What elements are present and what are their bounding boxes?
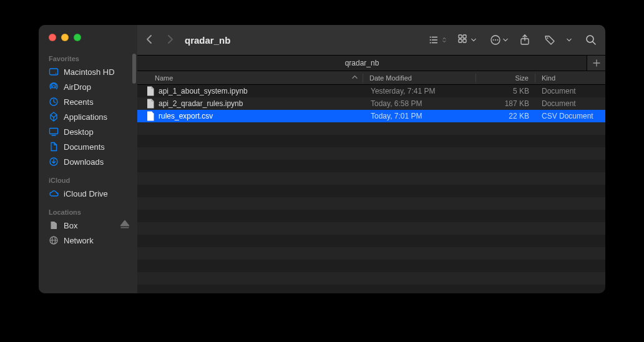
- column-header-size[interactable]: Size: [476, 74, 535, 82]
- airdrop-icon: [49, 82, 59, 92]
- empty-row: [137, 222, 605, 235]
- file-kind: Document: [535, 99, 605, 108]
- window-title: qradar_nb: [185, 35, 230, 46]
- sidebar-item-airdrop[interactable]: AirDrop: [39, 79, 137, 94]
- sidebar-item-label: Desktop: [64, 127, 94, 137]
- sidebar-section: iCloudiCloud Drive: [39, 173, 137, 201]
- folder-icon: [49, 220, 59, 230]
- svg-rect-16: [459, 35, 462, 38]
- file-list: api_1_about_system.ipynbYesterday, 7:41 …: [137, 85, 605, 293]
- document-icon: [146, 86, 155, 96]
- svg-point-22: [495, 39, 496, 41]
- window-controls: [39, 25, 137, 47]
- clock-icon: [49, 97, 59, 107]
- empty-row: [137, 197, 605, 210]
- column-headers: Name Date Modified Size Kind: [137, 71, 605, 85]
- empty-row: [137, 272, 605, 285]
- desktop-icon: [49, 127, 59, 137]
- apps-icon: [49, 112, 59, 122]
- sidebar-item-label: Macintosh HD: [64, 67, 115, 77]
- svg-point-12: [430, 40, 431, 41]
- svg-rect-17: [463, 35, 466, 38]
- group-by-button[interactable]: [458, 34, 476, 46]
- sidebar-item-box[interactable]: Box: [39, 218, 137, 233]
- empty-row: [137, 172, 605, 185]
- file-size: 187 KB: [477, 99, 535, 108]
- svg-point-14: [430, 42, 431, 43]
- new-tab-button[interactable]: [587, 56, 605, 71]
- file-date: Today, 7:01 PM: [364, 112, 477, 120]
- svg-point-25: [547, 37, 549, 39]
- svg-point-1: [56, 73, 57, 74]
- empty-row: [137, 235, 605, 247]
- sidebar-item-label: AirDrop: [64, 82, 91, 92]
- empty-row: [137, 247, 605, 260]
- column-header-name[interactable]: Name: [137, 74, 363, 82]
- sidebar-item-recents[interactable]: Recents: [39, 94, 137, 109]
- tab-label: qradar_nb: [345, 59, 379, 67]
- file-size: 5 KB: [477, 87, 535, 95]
- forward-button[interactable]: [166, 35, 173, 46]
- close-window-button[interactable]: [49, 34, 56, 41]
- action-menu-button[interactable]: [490, 34, 508, 46]
- tags-button[interactable]: [544, 34, 555, 46]
- empty-row: [137, 135, 605, 147]
- file-row[interactable]: api_2_qradar_rules.ipynbToday, 6:58 PM18…: [137, 97, 605, 110]
- search-button[interactable]: [585, 34, 597, 46]
- toolbar-dropdown-button[interactable]: [567, 37, 572, 42]
- column-header-date[interactable]: Date Modified: [363, 74, 476, 82]
- sidebar-section-header: iCloud: [39, 173, 137, 186]
- hdd-icon: [49, 67, 59, 77]
- sidebar-item-downloads[interactable]: Downloads: [39, 154, 137, 169]
- tab-bar: qradar_nb: [137, 55, 605, 71]
- doc-icon: [49, 142, 59, 152]
- file-row[interactable]: rules_export.csvToday, 7:01 PM22 KBCSV D…: [137, 110, 605, 122]
- sidebar-item-macintosh-hd[interactable]: Macintosh HD: [39, 64, 137, 79]
- sidebar-section: FavoritesMacintosh HDAirDropRecentsAppli…: [39, 51, 137, 169]
- sidebar-item-icloud-drive[interactable]: iCloud Drive: [39, 186, 137, 201]
- maximize-window-button[interactable]: [74, 34, 81, 41]
- cloud-icon: [49, 188, 59, 198]
- sidebar-scrollbar[interactable]: [132, 54, 136, 84]
- sidebar-item-label: Documents: [64, 142, 105, 152]
- svg-point-26: [587, 36, 593, 42]
- tab-qradar-nb[interactable]: qradar_nb: [137, 56, 587, 71]
- svg-rect-19: [463, 39, 466, 42]
- share-button[interactable]: [519, 34, 530, 46]
- minimize-window-button[interactable]: [61, 34, 69, 41]
- sidebar-item-applications[interactable]: Applications: [39, 109, 137, 124]
- sidebar-item-network[interactable]: Network: [39, 233, 137, 248]
- empty-row: [137, 210, 605, 222]
- sidebar-section-header: Locations: [39, 205, 137, 218]
- sidebar-item-label: Recents: [64, 97, 94, 107]
- globe-icon: [49, 235, 59, 245]
- sidebar-section: LocationsBoxNetwork: [39, 205, 137, 248]
- file-row[interactable]: api_1_about_system.ipynbYesterday, 7:41 …: [137, 85, 605, 97]
- svg-rect-18: [459, 39, 462, 42]
- view-options-button[interactable]: [429, 34, 447, 46]
- document-icon: [146, 111, 155, 121]
- sidebar-item-label: iCloud Drive: [64, 189, 108, 198]
- sort-ascending-icon: [352, 74, 358, 81]
- empty-row: [137, 160, 605, 172]
- svg-point-10: [430, 37, 431, 37]
- finder-window: FavoritesMacintosh HDAirDropRecentsAppli…: [39, 25, 605, 293]
- sidebar-item-label: Network: [64, 236, 94, 245]
- sidebar-item-desktop[interactable]: Desktop: [39, 124, 137, 139]
- svg-point-21: [493, 39, 494, 41]
- svg-point-2: [52, 86, 55, 88]
- eject-icon[interactable]: [120, 220, 130, 231]
- sidebar-item-documents[interactable]: Documents: [39, 139, 137, 154]
- document-icon: [146, 99, 155, 109]
- file-date: Yesterday, 7:41 PM: [364, 87, 477, 95]
- back-button[interactable]: [146, 35, 154, 46]
- column-header-kind[interactable]: Kind: [535, 74, 605, 82]
- sidebar-item-label: Box: [64, 221, 77, 230]
- empty-row: [137, 185, 605, 197]
- svg-line-27: [593, 42, 595, 44]
- file-kind: Document: [535, 87, 605, 95]
- sidebar-item-label: Applications: [64, 112, 107, 122]
- toolbar: qradar_nb: [137, 25, 605, 55]
- svg-rect-0: [50, 69, 58, 75]
- empty-row: [137, 122, 605, 135]
